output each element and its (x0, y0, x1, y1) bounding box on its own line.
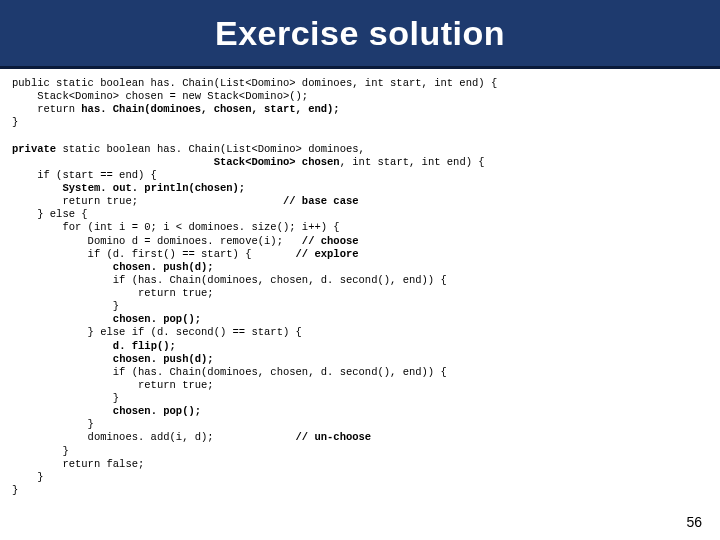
code-line (12, 182, 62, 194)
code-bold: chosen. push(d); (113, 261, 214, 273)
code-line (12, 340, 113, 352)
code-line: for (int i = 0; i < dominoes. size(); i+… (12, 221, 340, 233)
slide-title: Exercise solution (215, 14, 505, 53)
code-line (12, 156, 214, 168)
code-line: } (12, 418, 94, 430)
code-line: return true; (12, 195, 283, 207)
code-line: if (has. Chain(dominoes, chosen, d. seco… (12, 366, 447, 378)
code-bold: Stack<Domino> chosen (214, 156, 340, 168)
code-line: return (12, 103, 81, 115)
code-bold: chosen. pop(); (113, 313, 201, 325)
code-line: } (12, 445, 69, 457)
code-line: , int start, int end) { (340, 156, 485, 168)
code-line (12, 353, 113, 365)
code-line: } (12, 471, 44, 483)
code-bold: System. out. println(chosen); (62, 182, 245, 194)
title-bar: Exercise solution (0, 0, 720, 69)
code-comment: // explore (296, 248, 359, 260)
code-line: } else if (d. second() == start) { (12, 326, 302, 338)
code-bold: chosen. pop(); (113, 405, 201, 417)
page-number: 56 (686, 514, 702, 530)
code-line: Stack<Domino> chosen = new Stack<Domino>… (12, 90, 308, 102)
code-line: } else { (12, 208, 88, 220)
code-line: } (12, 484, 18, 496)
code-bold: d. flip(); (113, 340, 176, 352)
code-line: public static boolean has. Chain(List<Do… (12, 77, 497, 89)
code-block: public static boolean has. Chain(List<Do… (0, 69, 720, 497)
code-line: } (12, 300, 119, 312)
code-comment: // choose (302, 235, 359, 247)
code-line: return true; (12, 287, 214, 299)
code-line: } (12, 392, 119, 404)
code-line (12, 405, 113, 417)
code-line (12, 313, 113, 325)
code-comment: // un-choose (296, 431, 372, 443)
code-line: if (start == end) { (12, 169, 157, 181)
code-line: Domino d = dominoes. remove(i); (12, 235, 302, 247)
code-comment: // base case (283, 195, 359, 207)
slide: Exercise solution public static boolean … (0, 0, 720, 540)
code-line: } (12, 116, 18, 128)
code-line: static boolean has. Chain(List<Domino> d… (56, 143, 365, 155)
code-bold: private (12, 143, 56, 155)
code-line: if (has. Chain(dominoes, chosen, d. seco… (12, 274, 447, 286)
code-pre: public static boolean has. Chain(List<Do… (12, 77, 708, 497)
code-line: return true; (12, 379, 214, 391)
code-line: return false; (12, 458, 144, 470)
code-bold: has. Chain(dominoes, chosen, start, end)… (81, 103, 339, 115)
code-line: if (d. first() == start) { (12, 248, 296, 260)
code-bold: chosen. push(d); (113, 353, 214, 365)
code-line (12, 261, 113, 273)
code-line: dominoes. add(i, d); (12, 431, 296, 443)
